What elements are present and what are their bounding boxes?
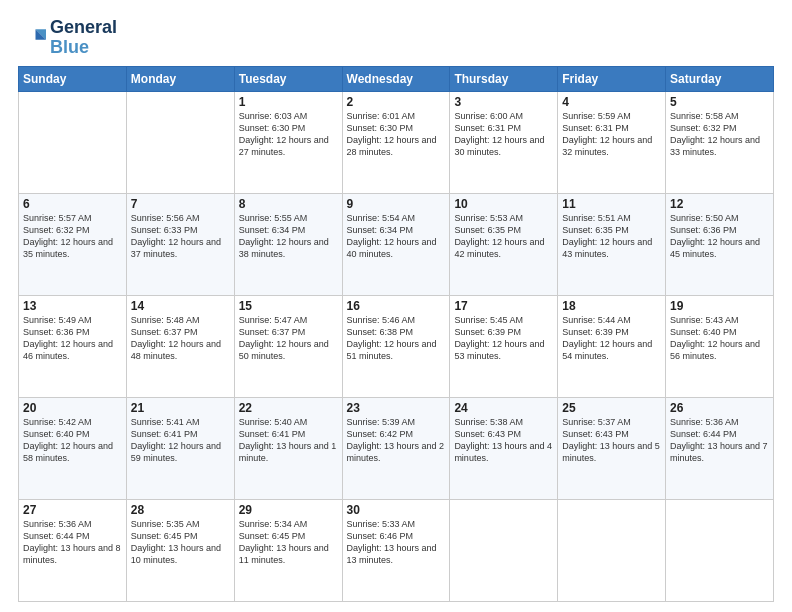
calendar-header-sunday: Sunday <box>19 66 127 91</box>
calendar-cell <box>19 91 127 193</box>
calendar-cell: 23Sunrise: 5:39 AM Sunset: 6:42 PM Dayli… <box>342 397 450 499</box>
calendar-cell: 21Sunrise: 5:41 AM Sunset: 6:41 PM Dayli… <box>126 397 234 499</box>
calendar-cell: 7Sunrise: 5:56 AM Sunset: 6:33 PM Daylig… <box>126 193 234 295</box>
calendar-cell: 10Sunrise: 5:53 AM Sunset: 6:35 PM Dayli… <box>450 193 558 295</box>
calendar-cell: 20Sunrise: 5:42 AM Sunset: 6:40 PM Dayli… <box>19 397 127 499</box>
calendar-cell: 13Sunrise: 5:49 AM Sunset: 6:36 PM Dayli… <box>19 295 127 397</box>
day-number: 22 <box>239 401 338 415</box>
day-number: 17 <box>454 299 553 313</box>
day-info: Sunrise: 5:39 AM Sunset: 6:42 PM Dayligh… <box>347 416 446 465</box>
day-info: Sunrise: 5:55 AM Sunset: 6:34 PM Dayligh… <box>239 212 338 261</box>
day-number: 2 <box>347 95 446 109</box>
calendar-week-3: 13Sunrise: 5:49 AM Sunset: 6:36 PM Dayli… <box>19 295 774 397</box>
day-number: 16 <box>347 299 446 313</box>
calendar-week-5: 27Sunrise: 5:36 AM Sunset: 6:44 PM Dayli… <box>19 499 774 601</box>
day-number: 1 <box>239 95 338 109</box>
calendar-cell <box>666 499 774 601</box>
calendar-cell: 27Sunrise: 5:36 AM Sunset: 6:44 PM Dayli… <box>19 499 127 601</box>
day-number: 5 <box>670 95 769 109</box>
calendar-cell: 30Sunrise: 5:33 AM Sunset: 6:46 PM Dayli… <box>342 499 450 601</box>
day-info: Sunrise: 5:49 AM Sunset: 6:36 PM Dayligh… <box>23 314 122 363</box>
day-number: 27 <box>23 503 122 517</box>
day-info: Sunrise: 5:37 AM Sunset: 6:43 PM Dayligh… <box>562 416 661 465</box>
day-info: Sunrise: 5:59 AM Sunset: 6:31 PM Dayligh… <box>562 110 661 159</box>
header: General Blue <box>18 18 774 58</box>
day-info: Sunrise: 5:53 AM Sunset: 6:35 PM Dayligh… <box>454 212 553 261</box>
day-info: Sunrise: 5:47 AM Sunset: 6:37 PM Dayligh… <box>239 314 338 363</box>
calendar-header-saturday: Saturday <box>666 66 774 91</box>
calendar-cell: 16Sunrise: 5:46 AM Sunset: 6:38 PM Dayli… <box>342 295 450 397</box>
calendar-cell: 8Sunrise: 5:55 AM Sunset: 6:34 PM Daylig… <box>234 193 342 295</box>
calendar-week-2: 6Sunrise: 5:57 AM Sunset: 6:32 PM Daylig… <box>19 193 774 295</box>
day-number: 10 <box>454 197 553 211</box>
calendar-cell: 11Sunrise: 5:51 AM Sunset: 6:35 PM Dayli… <box>558 193 666 295</box>
day-number: 28 <box>131 503 230 517</box>
day-info: Sunrise: 5:48 AM Sunset: 6:37 PM Dayligh… <box>131 314 230 363</box>
calendar-cell: 4Sunrise: 5:59 AM Sunset: 6:31 PM Daylig… <box>558 91 666 193</box>
calendar-header-thursday: Thursday <box>450 66 558 91</box>
day-info: Sunrise: 6:03 AM Sunset: 6:30 PM Dayligh… <box>239 110 338 159</box>
day-info: Sunrise: 5:40 AM Sunset: 6:41 PM Dayligh… <box>239 416 338 465</box>
day-number: 23 <box>347 401 446 415</box>
calendar-table: SundayMondayTuesdayWednesdayThursdayFrid… <box>18 66 774 602</box>
day-info: Sunrise: 5:58 AM Sunset: 6:32 PM Dayligh… <box>670 110 769 159</box>
day-number: 21 <box>131 401 230 415</box>
day-number: 14 <box>131 299 230 313</box>
day-info: Sunrise: 5:35 AM Sunset: 6:45 PM Dayligh… <box>131 518 230 567</box>
day-number: 8 <box>239 197 338 211</box>
calendar-cell: 1Sunrise: 6:03 AM Sunset: 6:30 PM Daylig… <box>234 91 342 193</box>
calendar-cell: 28Sunrise: 5:35 AM Sunset: 6:45 PM Dayli… <box>126 499 234 601</box>
calendar-cell: 17Sunrise: 5:45 AM Sunset: 6:39 PM Dayli… <box>450 295 558 397</box>
day-info: Sunrise: 5:36 AM Sunset: 6:44 PM Dayligh… <box>23 518 122 567</box>
day-number: 4 <box>562 95 661 109</box>
calendar-cell: 3Sunrise: 6:00 AM Sunset: 6:31 PM Daylig… <box>450 91 558 193</box>
calendar-header-monday: Monday <box>126 66 234 91</box>
day-number: 9 <box>347 197 446 211</box>
calendar-cell: 12Sunrise: 5:50 AM Sunset: 6:36 PM Dayli… <box>666 193 774 295</box>
day-info: Sunrise: 5:51 AM Sunset: 6:35 PM Dayligh… <box>562 212 661 261</box>
calendar-body: 1Sunrise: 6:03 AM Sunset: 6:30 PM Daylig… <box>19 91 774 601</box>
logo-text: General Blue <box>50 18 117 58</box>
calendar-week-1: 1Sunrise: 6:03 AM Sunset: 6:30 PM Daylig… <box>19 91 774 193</box>
day-number: 6 <box>23 197 122 211</box>
calendar-cell: 14Sunrise: 5:48 AM Sunset: 6:37 PM Dayli… <box>126 295 234 397</box>
day-number: 25 <box>562 401 661 415</box>
day-number: 24 <box>454 401 553 415</box>
day-number: 11 <box>562 197 661 211</box>
calendar-cell: 22Sunrise: 5:40 AM Sunset: 6:41 PM Dayli… <box>234 397 342 499</box>
day-info: Sunrise: 5:38 AM Sunset: 6:43 PM Dayligh… <box>454 416 553 465</box>
day-info: Sunrise: 6:01 AM Sunset: 6:30 PM Dayligh… <box>347 110 446 159</box>
calendar-cell <box>450 499 558 601</box>
day-number: 7 <box>131 197 230 211</box>
day-info: Sunrise: 5:34 AM Sunset: 6:45 PM Dayligh… <box>239 518 338 567</box>
day-number: 3 <box>454 95 553 109</box>
day-number: 26 <box>670 401 769 415</box>
day-number: 13 <box>23 299 122 313</box>
day-info: Sunrise: 5:42 AM Sunset: 6:40 PM Dayligh… <box>23 416 122 465</box>
day-number: 12 <box>670 197 769 211</box>
calendar-cell: 29Sunrise: 5:34 AM Sunset: 6:45 PM Dayli… <box>234 499 342 601</box>
day-info: Sunrise: 6:00 AM Sunset: 6:31 PM Dayligh… <box>454 110 553 159</box>
calendar-week-4: 20Sunrise: 5:42 AM Sunset: 6:40 PM Dayli… <box>19 397 774 499</box>
calendar-cell: 24Sunrise: 5:38 AM Sunset: 6:43 PM Dayli… <box>450 397 558 499</box>
day-info: Sunrise: 5:50 AM Sunset: 6:36 PM Dayligh… <box>670 212 769 261</box>
calendar-cell <box>126 91 234 193</box>
day-info: Sunrise: 5:43 AM Sunset: 6:40 PM Dayligh… <box>670 314 769 363</box>
day-number: 15 <box>239 299 338 313</box>
calendar-cell: 9Sunrise: 5:54 AM Sunset: 6:34 PM Daylig… <box>342 193 450 295</box>
calendar-cell: 6Sunrise: 5:57 AM Sunset: 6:32 PM Daylig… <box>19 193 127 295</box>
day-number: 18 <box>562 299 661 313</box>
logo: General Blue <box>18 18 117 58</box>
calendar-cell: 26Sunrise: 5:36 AM Sunset: 6:44 PM Dayli… <box>666 397 774 499</box>
calendar-header-wednesday: Wednesday <box>342 66 450 91</box>
day-info: Sunrise: 5:33 AM Sunset: 6:46 PM Dayligh… <box>347 518 446 567</box>
calendar-cell: 5Sunrise: 5:58 AM Sunset: 6:32 PM Daylig… <box>666 91 774 193</box>
day-number: 20 <box>23 401 122 415</box>
calendar-header-friday: Friday <box>558 66 666 91</box>
calendar-cell: 18Sunrise: 5:44 AM Sunset: 6:39 PM Dayli… <box>558 295 666 397</box>
day-info: Sunrise: 5:41 AM Sunset: 6:41 PM Dayligh… <box>131 416 230 465</box>
day-info: Sunrise: 5:44 AM Sunset: 6:39 PM Dayligh… <box>562 314 661 363</box>
day-info: Sunrise: 5:57 AM Sunset: 6:32 PM Dayligh… <box>23 212 122 261</box>
calendar-cell: 15Sunrise: 5:47 AM Sunset: 6:37 PM Dayli… <box>234 295 342 397</box>
calendar-header-row: SundayMondayTuesdayWednesdayThursdayFrid… <box>19 66 774 91</box>
